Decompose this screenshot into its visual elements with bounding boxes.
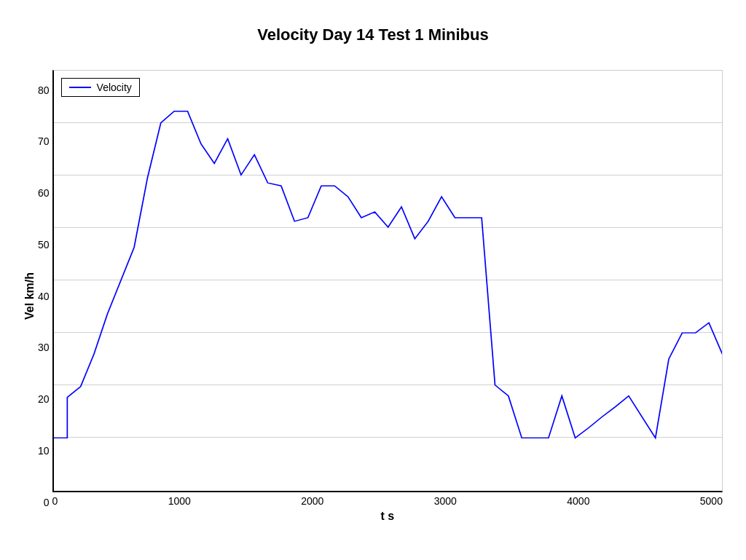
legend-label: Velocity bbox=[97, 82, 132, 93]
x-tick-4000: 4000 bbox=[567, 495, 589, 507]
y-tick-60: 60 bbox=[38, 188, 50, 198]
x-axis-label: t s bbox=[52, 510, 723, 523]
velocity-polyline bbox=[54, 91, 722, 438]
x-tick-1000: 1000 bbox=[168, 495, 191, 507]
y-tick-40: 40 bbox=[38, 291, 50, 301]
y-tick-70: 70 bbox=[38, 136, 50, 146]
velocity-chart-svg bbox=[54, 71, 722, 491]
chart-title: Velocity Day 14 Test 1 Minibus bbox=[257, 25, 489, 44]
y-tick-20: 20 bbox=[38, 394, 50, 404]
y-axis-label: Vel km/h bbox=[23, 272, 36, 320]
plot-wrapper: Velocity bbox=[52, 70, 723, 492]
x-axis-ticks: 0 1000 2000 3000 4000 5000 bbox=[52, 495, 723, 507]
y-tick-50: 50 bbox=[38, 240, 50, 250]
y-tick-0: 0 bbox=[44, 497, 50, 508]
chart-container: Velocity Day 14 Test 1 Minibus Vel km/h … bbox=[23, 18, 723, 543]
x-tick-0: 0 bbox=[52, 495, 58, 507]
legend-line-symbol bbox=[69, 87, 91, 88]
plot-and-x: Velocity 0 1000 2000 300 bbox=[52, 70, 723, 523]
chart-area: Vel km/h 01020304050607080 Velocity bbox=[23, 50, 723, 543]
x-tick-5000: 5000 bbox=[700, 495, 723, 507]
x-tick-2000: 2000 bbox=[301, 495, 323, 507]
legend: Velocity bbox=[61, 78, 140, 97]
x-tick-3000: 3000 bbox=[434, 495, 457, 507]
y-tick-80: 80 bbox=[38, 85, 50, 95]
y-axis-ticks: 01020304050607080 bbox=[38, 85, 50, 508]
y-tick-30: 30 bbox=[38, 342, 50, 352]
y-tick-10: 10 bbox=[38, 446, 50, 456]
